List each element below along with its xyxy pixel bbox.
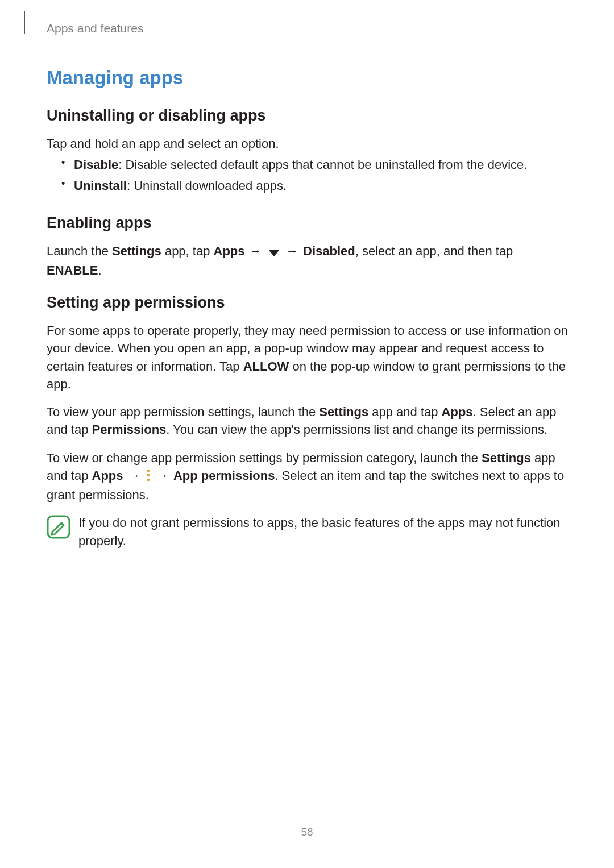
text-fragment: To view or change app permission setting…	[47, 451, 482, 465]
text-fragment: app, tap	[161, 244, 214, 258]
list-item: Disable: Disable selected default apps t…	[61, 156, 569, 173]
permissions-p2: To view your app permission settings, la…	[47, 403, 569, 438]
svg-point-1	[147, 470, 150, 472]
uninstall-intro: Tap and hold an app and select an option…	[47, 135, 569, 152]
uninstall-options-list: Disable: Disable selected default apps t…	[61, 156, 569, 194]
permissions-p3: To view or change app permission setting…	[47, 449, 569, 504]
header-margin-rule	[24, 11, 25, 34]
list-item: Uninstall: Uninstall downloaded apps.	[61, 177, 569, 194]
svg-line-5	[61, 523, 64, 525]
apps-label: Apps	[442, 405, 473, 419]
settings-label: Settings	[319, 405, 368, 419]
section-heading-uninstall: Uninstalling or disabling apps	[47, 107, 569, 124]
svg-point-2	[147, 474, 150, 477]
arrow-icon: →	[123, 468, 145, 483]
apps-label: Apps	[214, 244, 245, 258]
note-callout: If you do not grant permissions to apps,…	[47, 514, 569, 549]
allow-label: ALLOW	[243, 359, 289, 373]
page-number: 58	[0, 826, 614, 838]
app-permissions-label: App permissions	[173, 468, 275, 483]
chapter-title: Apps and features	[47, 22, 569, 35]
settings-label: Settings	[112, 244, 161, 258]
page-title: Managing apps	[47, 67, 569, 89]
text-fragment: app and tap	[368, 405, 441, 419]
enable-paragraph: Launch the Settings app, tap Apps → → Di…	[47, 242, 569, 279]
enable-label: ENABLE	[47, 263, 98, 277]
text-fragment: . You can view the app's permissions lis…	[166, 422, 547, 437]
permissions-label: Permissions	[92, 422, 167, 437]
text-fragment: To view your app permission settings, la…	[47, 405, 319, 419]
option-desc: : Disable selected default apps that can…	[118, 157, 527, 172]
section-heading-permissions: Setting app permissions	[47, 294, 569, 312]
note-text: If you do not grant permissions to apps,…	[78, 514, 569, 549]
text-fragment: , select an app, and then tap	[355, 244, 513, 258]
apps-label: Apps	[92, 468, 123, 483]
note-pencil-icon	[47, 515, 70, 539]
settings-label: Settings	[482, 451, 531, 465]
permissions-p1: For some apps to operate properly, they …	[47, 322, 569, 393]
option-label: Uninstall	[74, 178, 127, 193]
page: Apps and features Managing apps Uninstal…	[0, 0, 614, 868]
svg-marker-0	[268, 250, 280, 256]
option-desc: : Uninstall downloaded apps.	[127, 178, 287, 193]
text-fragment: Launch the	[47, 244, 112, 258]
option-label: Disable	[74, 157, 118, 172]
svg-point-3	[147, 479, 150, 481]
arrow-icon: →	[245, 244, 267, 258]
section-heading-enable: Enabling apps	[47, 214, 569, 232]
text-fragment: .	[98, 263, 101, 277]
arrow-icon: →	[281, 244, 303, 258]
disabled-label: Disabled	[303, 244, 355, 258]
arrow-icon: →	[152, 468, 173, 483]
dropdown-triangle-icon	[268, 244, 280, 261]
more-vertical-icon	[146, 468, 151, 486]
